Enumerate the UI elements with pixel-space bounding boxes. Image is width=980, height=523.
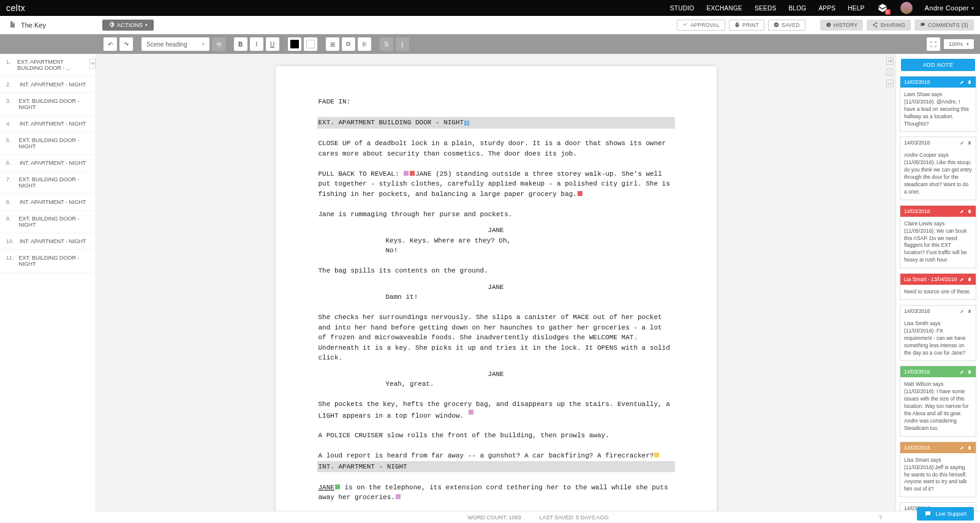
notifications-badge: 6 [885,9,891,15]
paste-button[interactable]: ⎘ [358,37,371,51]
avatar[interactable] [900,2,913,14]
nav-blog[interactable]: BLOG [788,5,806,12]
redo-button[interactable]: ↷ [119,37,133,51]
insert-button[interactable]: | [396,37,409,51]
copy-button[interactable]: ⧉ [342,37,355,51]
actions-bar: ACTIONS APPROVAL PRINT SAVED HISTORY SHA… [96,20,980,31]
fullscreen-button[interactable]: ⛶ [927,37,940,51]
strikethrough-button[interactable]: S [380,37,393,51]
project-title-area: The Key [0,21,96,29]
bg-color-button[interactable] [304,37,317,51]
saved-indicator[interactable]: SAVED [768,20,805,31]
direction-button[interactable]: ⟲ [212,37,225,51]
title-row: The Key ACTIONS APPROVAL PRINT SAVED HIS… [0,16,980,34]
comments-button[interactable]: COMMENTS (3) [914,20,974,31]
history-button[interactable]: HISTORY [820,20,864,31]
undo-button[interactable]: ↶ [104,37,117,51]
brand-logo[interactable]: celtx [6,3,25,13]
print-button[interactable]: PRINT [729,20,764,31]
project-title[interactable]: The Key [21,21,46,29]
italic-button[interactable]: I [250,37,263,51]
underline-button[interactable]: U [266,37,279,51]
bold-button[interactable]: B [234,37,247,51]
actions-button[interactable]: ACTIONS [102,20,154,31]
zoom-select[interactable]: 100% [944,39,974,49]
nav-help[interactable]: HELP [848,5,864,12]
gear-icon [108,21,115,29]
topbar: celtx STUDIO EXCHANGE SEEDS BLOG APPS HE… [0,0,980,16]
actions-label: ACTIONS [117,22,143,28]
editor-toolbar: ↶ ↷ Scene heading ⟲ B I U ⊞ ⧉ ⎘ S | ⛶ 10… [0,34,980,54]
nav-apps[interactable]: APPS [818,5,835,12]
text-color-button[interactable] [288,37,301,51]
sharing-button[interactable]: SHARING [867,20,911,31]
notifications-icon[interactable]: 6 [877,2,888,13]
dual-dialog-button[interactable]: ⊞ [326,37,339,51]
nav-seeds[interactable]: SEEDS [755,5,776,12]
approval-button[interactable]: APPROVAL [677,20,725,31]
nav-studio[interactable]: STUDIO [670,5,695,12]
nav-exchange[interactable]: EXCHANGE [706,5,742,12]
format-select[interactable]: Scene heading [141,37,209,51]
user-menu[interactable]: Andre Cooper [925,4,974,12]
top-nav: STUDIO EXCHANGE SEEDS BLOG APPS HELP 6 A… [670,2,974,14]
script-icon [9,21,16,29]
